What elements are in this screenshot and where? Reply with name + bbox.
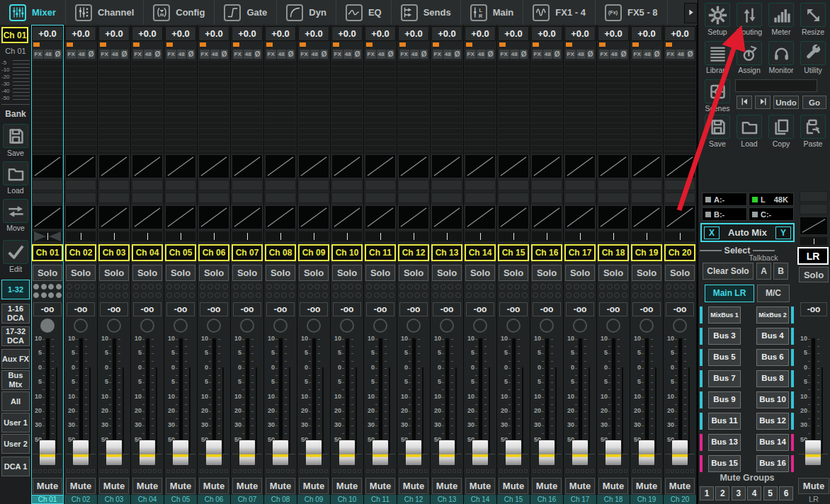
fader-track[interactable] <box>146 338 149 455</box>
solo-button[interactable]: Solo <box>299 265 329 281</box>
fx-badge-row[interactable]: FX48Ø <box>398 48 429 59</box>
main-lr-button[interactable]: Main LR <box>705 285 754 302</box>
pan-display[interactable] <box>198 231 229 242</box>
solo-button[interactable]: Solo <box>166 265 195 281</box>
gain-display[interactable]: +0.0 <box>32 26 63 41</box>
solo-button[interactable]: Solo <box>399 265 428 281</box>
gate-display[interactable] <box>531 154 562 178</box>
dyn-display[interactable] <box>232 205 263 229</box>
bus-button-bus-4[interactable]: Bus 4 <box>756 328 789 345</box>
channel-label[interactable]: Ch 15 <box>498 244 529 261</box>
fx-badge-row[interactable]: FX48Ø <box>598 48 629 59</box>
eq-slot[interactable] <box>98 180 130 190</box>
tab-overflow-button[interactable] <box>684 3 698 23</box>
mute-button[interactable]: Mute <box>166 478 195 494</box>
bus-button-bus-8[interactable]: Bus 8 <box>756 370 789 387</box>
tab-channel[interactable]: Channel <box>66 0 144 25</box>
fader-track[interactable] <box>512 338 516 455</box>
fader-track[interactable] <box>46 338 50 455</box>
channel-name-tag[interactable]: Ch 01 <box>31 495 64 504</box>
gain-display[interactable]: +0.0 <box>531 26 562 41</box>
routing-tool-button[interactable]: Routing <box>736 3 763 36</box>
dyn-display[interactable] <box>531 205 562 229</box>
move-tool-button[interactable]: Move <box>2 199 29 232</box>
talkback-a-button[interactable]: A <box>756 263 771 280</box>
channel-label[interactable]: Ch 18 <box>598 244 629 261</box>
eq-slot[interactable] <box>232 180 263 190</box>
gate-display[interactable] <box>265 154 296 178</box>
eq-slot[interactable] <box>531 180 562 190</box>
bus-button-bus-12[interactable]: Bus 12 <box>756 413 789 430</box>
pan-knob[interactable] <box>273 319 288 333</box>
pan-display[interactable] <box>265 231 296 242</box>
tab-dyn[interactable]: Dyn <box>277 0 336 25</box>
eq-slot[interactable] <box>598 193 629 203</box>
pan-display[interactable] <box>465 231 496 242</box>
eq-slot[interactable] <box>365 180 396 190</box>
mute-button[interactable]: Mute <box>66 478 96 494</box>
pan-display[interactable] <box>298 231 329 242</box>
bank-dca-1[interactable]: DCA 1 <box>1 457 30 476</box>
dyn-display[interactable] <box>498 205 529 229</box>
eq-slot[interactable] <box>331 193 363 203</box>
pan-display[interactable] <box>564 231 596 242</box>
gate-display[interactable] <box>598 154 629 178</box>
fader-cap[interactable] <box>205 440 222 466</box>
eq-slot[interactable] <box>564 193 596 203</box>
bus-button-mixbus-1[interactable]: MixBus 1 <box>708 307 741 323</box>
fader-cap[interactable] <box>805 440 822 466</box>
fader[interactable]: 1050510203050 <box>264 335 297 468</box>
solo-button[interactable]: Solo <box>432 265 462 281</box>
gate-display[interactable] <box>98 154 130 178</box>
gain-display[interactable]: +0.0 <box>498 26 529 41</box>
gain-display[interactable]: +0.0 <box>165 26 196 41</box>
bus-button-bus-13[interactable]: Bus 13 <box>708 434 741 451</box>
solo-button[interactable]: Solo <box>365 265 395 281</box>
fader-track[interactable] <box>179 338 183 455</box>
fx-badge-row[interactable]: FX48Ø <box>165 48 196 59</box>
channel-label[interactable]: Ch 04 <box>132 244 163 261</box>
eq-slot[interactable] <box>165 193 196 203</box>
mute-group-2[interactable]: 2 <box>715 486 729 500</box>
fader[interactable]: 1050510203050 <box>597 335 630 468</box>
eq-slot[interactable] <box>165 180 196 190</box>
mute-button[interactable]: Mute <box>565 478 595 494</box>
bus-button-bus-5[interactable]: Bus 5 <box>708 349 741 366</box>
tab-fx1-4[interactable]: FX1 - 4 <box>523 0 596 25</box>
pan-knob[interactable] <box>74 319 88 333</box>
solo-button[interactable]: Solo <box>232 265 262 281</box>
gate-display[interactable] <box>664 154 695 178</box>
pan-display[interactable] <box>498 231 529 242</box>
fader[interactable]: 1050510203050 <box>497 335 530 468</box>
fader-cap[interactable] <box>405 440 422 466</box>
fader[interactable]: 1050510203050 <box>198 335 230 468</box>
dyn-display[interactable] <box>265 205 296 229</box>
setup-tool-button[interactable]: Setup <box>704 3 731 36</box>
channel-label[interactable]: Ch 16 <box>531 244 562 261</box>
gate-display[interactable] <box>132 154 163 178</box>
eq-slot[interactable] <box>298 180 329 190</box>
fader[interactable]: 1050510203050 <box>397 335 430 468</box>
eq-slot[interactable] <box>664 193 695 203</box>
fader-cap[interactable] <box>272 440 289 466</box>
edit-tool-button[interactable]: Edit <box>2 240 29 273</box>
solo-button[interactable]: Solo <box>598 265 628 281</box>
dyn-display[interactable] <box>165 205 196 229</box>
pan-knob[interactable] <box>606 319 620 333</box>
eq-slot[interactable] <box>65 193 96 203</box>
fader[interactable]: 1050510203050 <box>164 335 197 468</box>
eq-slot[interactable] <box>265 180 296 190</box>
bank-1-32[interactable]: 1-32 <box>1 280 30 299</box>
solo-button[interactable]: Solo <box>465 265 495 281</box>
mute-button[interactable]: Mute <box>232 478 262 494</box>
dyn-display[interactable] <box>132 205 163 229</box>
lr-channel-label[interactable]: LR <box>797 247 829 265</box>
pan-knob[interactable] <box>407 319 421 333</box>
gate-display[interactable] <box>498 154 529 178</box>
fx-badge-row[interactable]: FX48Ø <box>132 48 163 59</box>
solo-button[interactable]: Solo <box>499 265 528 281</box>
eq-slot[interactable] <box>132 180 163 190</box>
bus-button-bus-16[interactable]: Bus 16 <box>756 455 789 472</box>
channel-name-tag[interactable]: Ch 08 <box>264 495 297 504</box>
pan-display[interactable] <box>132 231 163 242</box>
